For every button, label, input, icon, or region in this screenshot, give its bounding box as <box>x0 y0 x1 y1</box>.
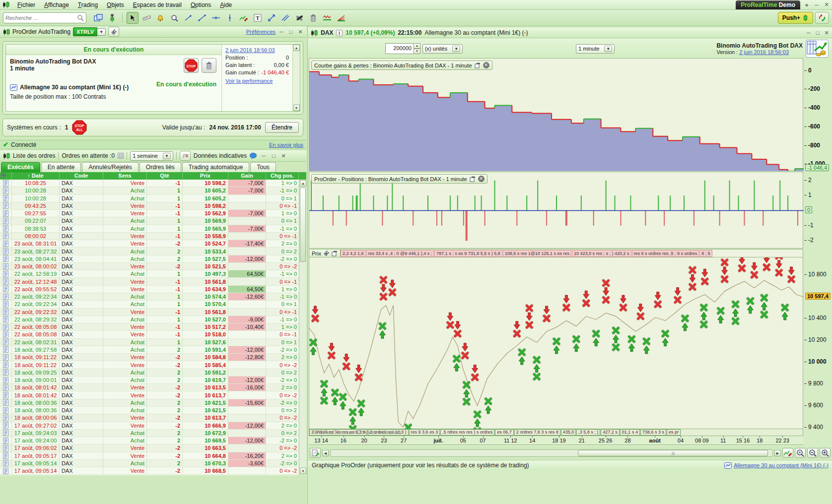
table-row[interactable]: 17 août, 09:06:02DAXVente-210 663,50 => … <box>0 444 299 452</box>
close-chart-icon[interactable]: ✕ <box>478 176 485 182</box>
learn-more-link[interactable]: En savoir plus <box>269 142 303 148</box>
table-row[interactable]: 22 août, 09:22:34DAXAchat110 570,40 => 1 <box>0 301 299 308</box>
text-tool-icon[interactable]: T <box>252 12 264 24</box>
table-row[interactable]: 09:43:25DAXVente-110 598,20 => -1 <box>0 202 299 210</box>
zoom-in-button[interactable] <box>820 448 831 458</box>
table-row[interactable]: 22 août, 09:55:52DAXVente-110 634,964,50… <box>0 286 299 293</box>
tab-en-attente[interactable]: En attente <box>41 162 81 172</box>
table-row[interactable]: 18 août, 09:11:22DAXVente-210 584,8-12,8… <box>0 354 299 361</box>
pending-orders-icon[interactable] <box>118 153 124 159</box>
table-row[interactable]: 22 août, 08:05:08DAXVente-110 517,2-10,4… <box>0 323 299 331</box>
table-row[interactable]: 23 août, 08:00:02DAXVente-210 521,50 => … <box>0 263 299 270</box>
table-row[interactable]: 22 août, 12:12:48DAXVente-110 561,80 => … <box>0 278 299 285</box>
scroll-down-button[interactable]: ▼ <box>293 105 300 111</box>
table-row[interactable]: 17 août, 09:24:00DAXAchat210 669,5-12,00… <box>0 437 299 444</box>
table-row[interactable]: 22 août, 09:22:34DAXAchat110 574,4-12,60… <box>0 293 299 301</box>
menu-item-aide[interactable]: Aide <box>215 0 236 9</box>
performance-link[interactable]: Voir la performance <box>225 78 289 84</box>
table-row[interactable]: 17 août, 09:24:03DAXAchat210 672,90 => 2 <box>0 430 299 437</box>
panel-maximize-button[interactable]: □ <box>287 29 294 35</box>
stop-system-button[interactable]: STOP <box>184 58 199 73</box>
move-resize-icon[interactable] <box>266 12 277 24</box>
support-resistance-icon[interactable] <box>321 12 333 24</box>
chart-settings-button[interactable] <box>782 448 793 458</box>
cursor-icon[interactable] <box>127 12 139 24</box>
column-header-prix[interactable]: Prix <box>183 172 228 180</box>
instrument-link[interactable]: Allemagne 30 au comptant (Mini 1€) (-) <box>734 462 829 468</box>
panel-minimize-button[interactable]: ─ <box>278 29 285 35</box>
period-dropdown[interactable]: 1 semaine▼ <box>130 151 173 161</box>
panel-close-button[interactable]: ✕ <box>297 29 304 35</box>
orders-scroll-up[interactable]: ▲ <box>300 180 306 187</box>
table-row[interactable]: 22 août, 08:05:08DAXVente-110 518,00 => … <box>0 331 299 338</box>
instrument-list-icon[interactable] <box>106 12 118 24</box>
quantity-up-button[interactable]: ▲ <box>414 43 420 49</box>
push-plus-button[interactable]: Push+ <box>778 12 813 24</box>
quantity-value[interactable]: 200000 <box>385 43 414 54</box>
table-tools-icon[interactable] <box>0 172 12 180</box>
orders-close-button[interactable]: ✕ <box>280 153 287 159</box>
tab-tous[interactable]: Tous <box>250 162 276 172</box>
tab-ordres-liés[interactable]: Ordres liés <box>139 162 181 172</box>
table-row[interactable]: 18 août, 09:11:22DAXVente-210 585,40 => … <box>0 361 299 369</box>
column-header-chg-pos-[interactable]: Chg pos. <box>266 172 299 180</box>
pin-icon[interactable]: ⚹ <box>803 1 810 8</box>
delete-system-button[interactable] <box>202 58 216 73</box>
positions-chart[interactable]: ProOrder - Positions : Binomio AutoTradi… <box>309 172 803 249</box>
price-chart[interactable] <box>309 257 803 429</box>
table-row[interactable]: 08:38:53DAXAchat110 565,9-7,00€-1 => 0 <box>0 225 299 233</box>
column-header-sens[interactable]: Sens <box>103 172 147 180</box>
alert-bell-icon[interactable] <box>154 12 166 24</box>
popout-icon[interactable] <box>332 251 338 256</box>
annotate-chart-icon[interactable] <box>238 12 250 24</box>
point-line-icon[interactable] <box>182 12 194 24</box>
quantity-down-button[interactable]: ▼ <box>414 49 420 54</box>
chart-mode-button[interactable] <box>310 448 321 458</box>
start-date-link[interactable]: 2 juin 2016 18:56:03 <box>225 47 289 53</box>
gains-pertes-chart[interactable]: Courbe gains & pertes : Binomio AutoTrad… <box>309 58 803 171</box>
fibonacci-fan-icon[interactable] <box>335 12 347 24</box>
version-link[interactable]: 2 juin 2016 18:56:03 <box>739 49 789 55</box>
proorder-settings-button[interactable] <box>108 27 119 37</box>
table-row[interactable]: 09:27:55DAXVente-110 562,9-7,00€1 => 0 <box>0 210 299 217</box>
table-row[interactable]: 17 août, 09:05:17DAXVente-210 664,8-16,2… <box>0 452 299 460</box>
trend-line-icon[interactable] <box>196 12 208 24</box>
table-row[interactable]: 22 août, 08:02:31DAXAchat110 527,60 => 1 <box>0 339 299 346</box>
delete-trash-icon[interactable] <box>307 12 319 24</box>
close-button[interactable]: ✕ <box>823 1 830 8</box>
menu-item-objets[interactable]: Objets <box>102 0 129 9</box>
workspace-icon[interactable] <box>92 12 104 24</box>
quantity-stepper[interactable]: 200000 ▲▼ <box>385 43 420 54</box>
vertical-line-icon[interactable] <box>224 12 236 24</box>
box-scrollbar[interactable]: ▲ ▼ <box>292 45 300 111</box>
orders-scrollbar[interactable]: ▲ ▼ <box>299 180 306 475</box>
table-row[interactable]: 18 août, 08:00:36DAXAchat210 621,5-15,60… <box>0 399 299 407</box>
table-row[interactable]: 18 août, 09:27:58DAXAchat210 591,4-12,00… <box>0 346 299 354</box>
scroll-left-button[interactable]: ◀ <box>322 450 329 456</box>
table-row[interactable]: 18 août, 09:09:25DAXAchat210 591,20 => 2 <box>0 369 299 377</box>
search-input[interactable] <box>5 15 77 21</box>
orders-minimize-button[interactable]: ─ <box>260 153 267 159</box>
table-row[interactable]: 23 août, 08:04:41DAXAchat210 527,5-12,00… <box>0 255 299 263</box>
refresh-button[interactable] <box>815 12 829 24</box>
horizontal-segment-icon[interactable] <box>210 12 222 24</box>
tab-exécutés[interactable]: Exécutés <box>1 162 40 172</box>
menu-item-fichier[interactable]: Fichier <box>13 0 40 9</box>
table-row[interactable]: 18 août, 08:00:36DAXAchat210 621,50 => 2 <box>0 407 299 414</box>
table-row[interactable]: 22 août, 08:29:32DAXAchat110 527,0-9,00€… <box>0 316 299 323</box>
menu-item-affichage[interactable]: Affichage <box>40 0 73 9</box>
filter-button[interactable]: F <box>180 151 191 161</box>
scroll-right-button[interactable]: ▶ <box>774 450 781 456</box>
popout-icon[interactable] <box>475 63 481 68</box>
table-row[interactable]: 17 août, 09:27:02DAXVente-210 666,9-12,0… <box>0 422 299 430</box>
extend-button[interactable]: Étendre <box>265 122 299 133</box>
zoom-out-button[interactable] <box>807 448 818 458</box>
unit-dropdown[interactable]: (x) unités▼ <box>422 44 463 54</box>
stop-all-button[interactable]: STOPALL <box>72 120 87 135</box>
parallel-lines-icon[interactable] <box>279 12 291 24</box>
table-row[interactable]: 18 août, 08:01:42DAXVente-210 613,70 => … <box>0 391 299 399</box>
table-row[interactable]: 22 août, 12:58:19DAXAchat110 497,364,50€… <box>0 270 299 278</box>
horizontal-scrollbar[interactable]: ☰ <box>330 449 773 457</box>
menu-item-trading[interactable]: Trading <box>73 0 102 9</box>
table-row[interactable]: 08:00:02DAXVente-110 558,90 => -1 <box>0 233 299 240</box>
